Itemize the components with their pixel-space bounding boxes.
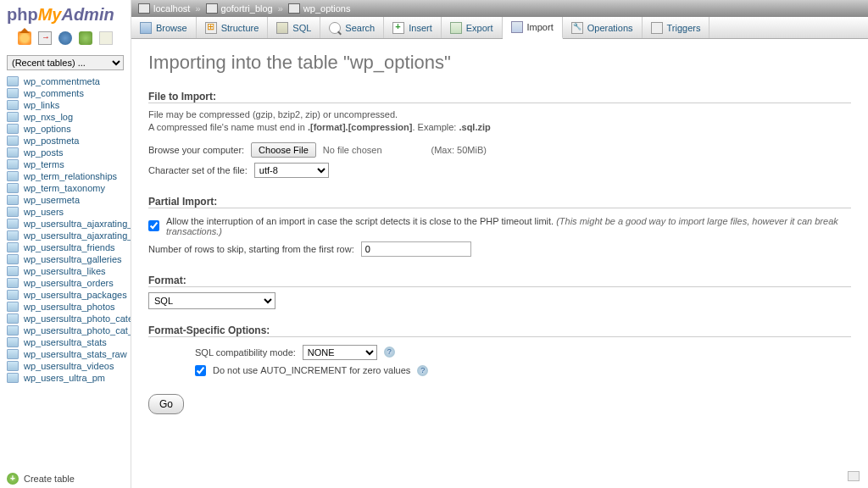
table-icon — [7, 337, 19, 347]
table-row[interactable]: wp_nxs_log — [0, 111, 131, 123]
table-row[interactable]: wp_terms — [0, 158, 131, 170]
table-row[interactable]: wp_usersultra_stats_raw — [0, 348, 131, 360]
tab-export[interactable]: Export — [442, 17, 503, 38]
table-row[interactable]: wp_term_taxonomy — [0, 182, 131, 194]
format-legend: Format: — [148, 274, 851, 287]
table-row[interactable]: wp_usersultra_ajaxrating_vot — [0, 218, 131, 230]
allow-interrupt-checkbox[interactable] — [148, 220, 159, 231]
tab-operations[interactable]: Operations — [563, 17, 643, 38]
table-name: wp_term_relationships — [24, 171, 117, 181]
table-row[interactable]: wp_postmeta — [0, 135, 131, 147]
help-icon[interactable]: ? — [417, 365, 428, 376]
table-name: wp_usersultra_stats — [24, 337, 107, 347]
table-row[interactable]: wp_commentmeta — [0, 75, 131, 87]
table-icon — [7, 195, 19, 205]
table-row[interactable]: wp_usersultra_photo_categor — [0, 313, 131, 324]
table-list: wp_commentmetawp_commentswp_linkswp_nxs_… — [0, 74, 131, 466]
table-row[interactable]: wp_usersultra_orders — [0, 277, 131, 289]
sidebar: phpMyAdmin (Recent tables) ... wp_commen… — [0, 0, 131, 488]
compat-label: SQL compatibility mode: — [195, 347, 296, 358]
table-row[interactable]: wp_links — [0, 99, 131, 111]
table-name: wp_usersultra_likes — [24, 266, 106, 276]
breadcrumb-db[interactable]: gofortri_blog — [206, 3, 273, 14]
skip-rows-input[interactable] — [361, 241, 471, 257]
file-to-import: File to Import: File may be compressed (… — [148, 91, 851, 180]
table-row[interactable]: wp_usersultra_photo_cat_rel — [0, 324, 131, 336]
table-icon — [7, 219, 19, 229]
table-name: wp_usersultra_photos — [24, 302, 115, 312]
table-row[interactable]: wp_posts — [0, 147, 131, 158]
create-table[interactable]: + Create table — [0, 469, 131, 488]
recent-tables-select[interactable]: (Recent tables) ... — [7, 55, 124, 70]
tab-sql[interactable]: SQL — [268, 17, 320, 38]
tabs: Browse Structure SQL Search Insert Expor… — [131, 17, 868, 39]
go-button[interactable]: Go — [148, 394, 184, 414]
resize-handle-icon[interactable] — [848, 471, 860, 481]
charset-label: Character set of the file: — [148, 165, 248, 175]
table-name: wp_comments — [24, 88, 84, 98]
tab-import[interactable]: Import — [503, 17, 563, 39]
format-specific: Format-Specific Options: SQL compatibili… — [148, 324, 851, 379]
breadcrumb-table[interactable]: wp_options — [288, 3, 351, 14]
table-row[interactable]: wp_usersultra_packages — [0, 289, 131, 301]
table-row[interactable]: wp_usersultra_photos — [0, 301, 131, 313]
table-row[interactable]: wp_usersultra_ajaxrating_vot — [0, 230, 131, 241]
logout-icon[interactable] — [38, 31, 52, 45]
file-legend: File to Import: — [148, 91, 851, 103]
compat-select[interactable]: NONE — [303, 345, 377, 360]
table-name: wp_nxs_log — [24, 112, 73, 122]
choose-file-button[interactable]: Choose File — [251, 142, 316, 158]
table-icon — [7, 136, 19, 146]
table-name: wp_links — [24, 100, 59, 110]
home-icon[interactable] — [18, 31, 31, 45]
query-window-icon[interactable] — [58, 31, 72, 45]
table-row[interactable]: wp_usersultra_galleries — [0, 253, 131, 265]
tab-structure[interactable]: Structure — [197, 17, 269, 38]
logo[interactable]: phpMyAdmin — [0, 0, 131, 28]
table-row[interactable]: wp_options — [0, 123, 131, 135]
table-icon — [288, 3, 300, 14]
table-row[interactable]: wp_usermeta — [0, 194, 131, 206]
table-icon — [7, 183, 19, 193]
operations-icon — [571, 22, 583, 34]
max-size: (Max: 50MiB) — [431, 145, 487, 155]
table-row[interactable]: wp_comments — [0, 87, 131, 99]
tab-search[interactable]: Search — [320, 17, 384, 38]
table-icon — [7, 100, 19, 110]
auto-increment-checkbox[interactable] — [195, 365, 206, 376]
table-icon — [7, 112, 19, 122]
table-name: wp_posts — [24, 147, 63, 158]
table-icon — [7, 147, 19, 158]
content: Importing into the table "wp_options" Fi… — [131, 39, 868, 488]
charset-select[interactable]: utf-8 — [254, 163, 329, 178]
table-row[interactable]: wp_usersultra_likes — [0, 265, 131, 277]
table-row[interactable]: wp_usersultra_videos — [0, 360, 131, 372]
table-row[interactable]: wp_users_ultra_pm — [0, 372, 131, 384]
tab-insert[interactable]: Insert — [384, 17, 442, 38]
breadcrumb-host[interactable]: localhost — [138, 3, 190, 14]
table-name: wp_term_taxonomy — [24, 183, 105, 193]
table-icon — [7, 361, 19, 371]
table-name: wp_usersultra_photo_cat_rel — [24, 325, 131, 336]
table-row[interactable]: wp_term_relationships — [0, 170, 131, 182]
tab-browse[interactable]: Browse — [131, 17, 197, 38]
help-icon[interactable]: ? — [384, 347, 395, 358]
reload-icon[interactable] — [79, 31, 92, 45]
no-file-text: No file chosen — [323, 145, 382, 155]
table-icon — [7, 171, 19, 181]
table-row[interactable]: wp_users — [0, 206, 131, 218]
table-row[interactable]: wp_usersultra_stats — [0, 336, 131, 348]
table-icon — [7, 88, 19, 98]
allow-interrupt-label: Allow the interruption of an import in c… — [166, 216, 851, 236]
format: Format: SQL — [148, 274, 851, 309]
docs-icon[interactable] — [99, 31, 113, 45]
table-icon — [7, 302, 19, 312]
table-row[interactable]: wp_usersultra_friends — [0, 241, 131, 253]
breadcrumb-sep: » — [278, 3, 283, 14]
page-title: Importing into the table "wp_options" — [148, 52, 851, 74]
tab-triggers[interactable]: Triggers — [643, 17, 710, 38]
format-select[interactable]: SQL — [148, 292, 275, 309]
table-icon — [7, 278, 19, 288]
table-name: wp_usersultra_ajaxrating_vot — [24, 230, 131, 241]
table-icon — [7, 76, 19, 86]
